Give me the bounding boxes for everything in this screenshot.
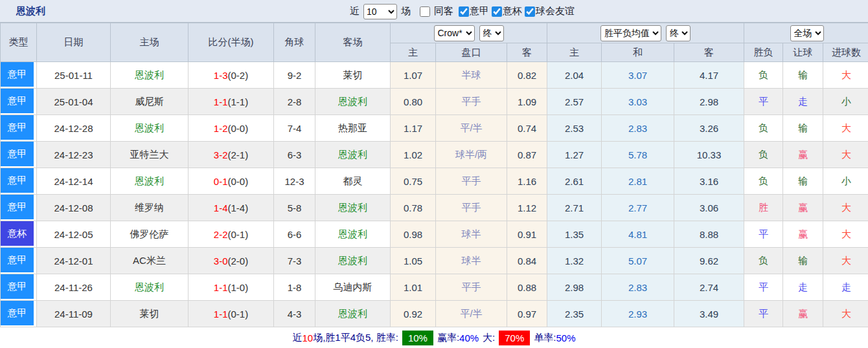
handicap-result: 走 — [783, 89, 823, 115]
europe-draw-odds: 3.07 — [602, 62, 674, 89]
handicap-away-odds: 1.12 — [507, 195, 547, 221]
goals-result: 小 — [823, 89, 868, 115]
corner-count: 5-8 — [274, 195, 315, 221]
handicap-line: 球半/两 — [436, 142, 507, 168]
table-row: 意甲24-12-08维罗纳1-4(1-4)5-8恩波利0.78平手1.122.7… — [1, 195, 868, 221]
home-team[interactable]: 莱切 — [111, 301, 188, 327]
handicap-result: 赢 — [783, 195, 823, 221]
goals-result: 大 — [823, 195, 868, 221]
match-result: 负 — [744, 115, 783, 142]
away-team[interactable]: 莱切 — [315, 62, 391, 89]
filter-seriea-checkbox[interactable] — [459, 6, 469, 17]
scope-select-header: 全场 — [744, 23, 868, 43]
league-badge: 意甲 — [1, 248, 34, 272]
handicap-line: 平手 — [436, 168, 507, 195]
handicap-time-select[interactable]: 终 — [479, 25, 504, 41]
corner-count: 6-6 — [274, 221, 315, 248]
europe-away-odds: 4.17 — [674, 62, 744, 89]
away-team[interactable]: 恩波利 — [315, 195, 391, 221]
home-team[interactable]: 恩波利 — [111, 62, 188, 89]
handicap-away-odds: 0.84 — [507, 248, 547, 274]
match-score: 2-2(0-1) — [188, 221, 274, 248]
match-result: 负 — [744, 168, 783, 195]
col-header-type: 类型 — [1, 23, 37, 62]
games-label: 场 — [401, 5, 411, 17]
same-away-checkbox[interactable] — [420, 6, 430, 17]
recent-count-select[interactable]: 10 — [363, 4, 397, 19]
league-type-cell: 意甲 — [1, 248, 37, 274]
league-badge: 意甲 — [1, 142, 34, 166]
filter-controls: 近 10 场 同客 意甲 意杯 球会友谊 — [347, 0, 575, 23]
europe-home-odds: 2.53 — [547, 115, 602, 142]
same-away-label: 同客 — [434, 5, 453, 17]
col-header-date: 日期 — [37, 23, 111, 62]
handicap-away-odds: 0.97 — [507, 301, 547, 327]
europe-draw-odds: 2.83 — [602, 274, 674, 301]
away-team[interactable]: 恩波利 — [315, 142, 391, 168]
handicap-line: 平手 — [436, 89, 507, 115]
handicap-away-odds: 0.88 — [507, 274, 547, 301]
handicap-home-odds: 0.92 — [391, 301, 436, 327]
europe-away-odds: 2.98 — [674, 89, 744, 115]
match-rows: 意甲25-01-11恩波利1-3(0-2)9-2莱切1.07半球0.822.04… — [1, 62, 868, 327]
handicap-line: 平手 — [436, 274, 507, 301]
europe-home-odds: 2.61 — [547, 168, 602, 195]
col-header-score: 比分(半场) — [188, 23, 274, 62]
europe-draw-odds: 5.07 — [602, 248, 674, 274]
handicap-line: 球半 — [436, 221, 507, 248]
league-badge: 意杯 — [1, 221, 34, 246]
away-team[interactable]: 热那亚 — [315, 115, 391, 142]
match-result: 平 — [744, 221, 783, 248]
away-team[interactable]: 乌迪内斯 — [315, 274, 391, 301]
handicap-away-odds: 0.74 — [507, 115, 547, 142]
corner-count: 7-4 — [274, 115, 315, 142]
away-team[interactable]: 都灵 — [315, 168, 391, 195]
col-header-handicap-result: 让球 — [783, 43, 823, 62]
filter-cup-checkbox[interactable] — [492, 6, 502, 17]
big-label: 大: — [483, 332, 495, 344]
scope-select[interactable]: 全场 — [790, 25, 824, 41]
handicap-away-odds: 0.82 — [507, 62, 547, 89]
away-team[interactable]: 恩波利 — [315, 248, 391, 274]
handicap-result: 赢 — [783, 142, 823, 168]
filter-friendly-label: 球会友谊 — [536, 5, 575, 17]
win-rate-badge: 10% — [402, 331, 433, 345]
table-row: 意甲24-12-28恩波利1-2(0-0)7-4热那亚1.17平/半0.742.… — [1, 115, 868, 142]
handicap-company-select[interactable]: Crow* — [434, 25, 475, 41]
match-date: 24-12-08 — [37, 195, 111, 221]
home-team[interactable]: AC米兰 — [111, 248, 188, 274]
away-team[interactable]: 恩波利 — [315, 301, 391, 327]
table-row: 意甲24-11-26恩波利1-1(1-0)1-8乌迪内斯1.01平手0.882.… — [1, 274, 868, 301]
home-team[interactable]: 佛罗伦萨 — [111, 221, 188, 248]
league-type-cell: 意甲 — [1, 62, 37, 89]
filter-friendly-checkbox[interactable] — [525, 6, 535, 17]
away-team[interactable]: 恩波利 — [315, 221, 391, 248]
col-header-ah-home: 主 — [391, 43, 436, 62]
matches-table: 类型 日期 主场 比分(半场) 角球 客场 Crow* 终 胜 — [0, 23, 868, 327]
home-team[interactable]: 维罗纳 — [111, 195, 188, 221]
handicap-away-odds: 1.09 — [507, 89, 547, 115]
home-team[interactable]: 恩波利 — [111, 115, 188, 142]
summary-record: 场,胜1平4负5, 胜率: — [313, 332, 398, 344]
win-odds-rate: 40% — [459, 332, 479, 343]
odds-type-select[interactable]: 胜平负均值 — [600, 25, 661, 41]
europe-away-odds: 3.26 — [674, 115, 744, 142]
europe-home-odds: 1.32 — [547, 248, 602, 274]
home-team[interactable]: 恩波利 — [111, 168, 188, 195]
europe-draw-odds: 3.03 — [602, 89, 674, 115]
match-result: 胜 — [744, 195, 783, 221]
handicap-result: 赢 — [783, 301, 823, 327]
col-header-result: 胜负 — [744, 43, 783, 62]
odds-select-header: 胜平负均值 终 — [547, 23, 744, 43]
away-team[interactable]: 恩波利 — [315, 89, 391, 115]
league-type-cell: 意甲 — [1, 89, 37, 115]
handicap-home-odds: 1.07 — [391, 62, 436, 89]
corner-count: 12-3 — [274, 168, 315, 195]
home-team[interactable]: 亚特兰大 — [111, 142, 188, 168]
corner-count: 2-8 — [274, 89, 315, 115]
league-type-cell: 意甲 — [1, 195, 37, 221]
home-team[interactable]: 威尼斯 — [111, 89, 188, 115]
home-team[interactable]: 恩波利 — [111, 274, 188, 301]
odds-time-select[interactable]: 终 — [666, 25, 691, 41]
handicap-home-odds: 0.78 — [391, 195, 436, 221]
